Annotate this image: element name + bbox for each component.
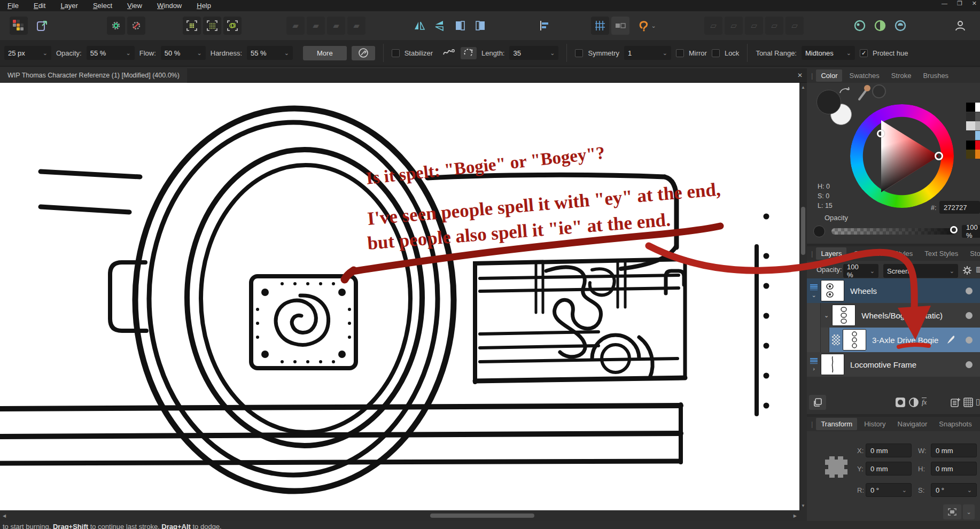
chevron-down-icon[interactable]: ⌄ (824, 313, 829, 317)
menu-edit[interactable]: Edit (26, 0, 53, 11)
adjustment-layer-icon[interactable] (908, 397, 919, 409)
maximize-button[interactable]: ❐ (957, 0, 962, 7)
more-button[interactable]: More (303, 46, 347, 60)
swatch[interactable] (966, 131, 975, 140)
mask-layer-icon[interactable] (895, 397, 906, 409)
blend-mode-dropdown[interactable]: Screen⌄ (883, 264, 958, 278)
hand-tool-icon[interactable] (851, 17, 869, 35)
opacity-zero-swatch[interactable] (813, 225, 825, 237)
layer-thumbnail[interactable] (821, 280, 844, 301)
swatch[interactable] (966, 112, 975, 121)
affinity-photo-logo-icon[interactable] (10, 17, 28, 35)
layer-stack-icon[interactable] (809, 395, 826, 410)
lock-checkbox[interactable] (712, 49, 720, 57)
selection-box-toggle[interactable] (943, 504, 961, 519)
swatch[interactable] (975, 131, 980, 140)
rotate-left-icon[interactable] (451, 17, 469, 35)
protect-hue-checkbox[interactable]: ✓ (860, 49, 868, 57)
layer-visibility-dot[interactable] (966, 312, 973, 319)
scroll-up-icon[interactable]: ▲ (801, 85, 805, 90)
tab-stroke[interactable]: Stroke (886, 69, 916, 82)
assistant-gear-icon[interactable] (107, 17, 125, 35)
length-dropdown[interactable]: 35⌄ (509, 46, 558, 60)
swatch[interactable] (966, 150, 975, 159)
rope-stabilizer-icon[interactable] (442, 47, 456, 59)
swatch[interactable] (966, 103, 975, 112)
picked-color-well[interactable] (872, 84, 886, 98)
tab-close-icon[interactable]: ✕ (797, 72, 803, 79)
layer-visibility-dot[interactable] (966, 287, 973, 294)
stabilizer-checkbox[interactable] (392, 49, 400, 57)
window-stabilizer-icon[interactable] (461, 47, 477, 59)
transform-anchor-selector[interactable] (823, 454, 850, 480)
rotate-right-icon[interactable] (471, 17, 489, 35)
layer-row-locomotive-frame[interactable]: › Locomotive Frame (807, 352, 980, 377)
layer-thumbnail[interactable] (843, 329, 866, 351)
horizontal-scrollbar-thumb[interactable] (430, 514, 534, 518)
color-wheel[interactable] (850, 104, 954, 208)
menu-layer[interactable]: Layer (53, 0, 85, 11)
rotation-dropdown[interactable]: 0 °⌄ (866, 483, 912, 497)
color-cycle-icon[interactable] (891, 17, 909, 35)
layer-row-wheels[interactable]: ⌄ Wheels (807, 278, 980, 303)
new-layer-icon[interactable] (950, 397, 961, 409)
layer-extra-icon[interactable]: ▥ (976, 265, 980, 273)
swap-colors-icon[interactable] (838, 85, 852, 96)
hex-input[interactable]: 272727 (939, 201, 980, 214)
w-input[interactable]: 0 mm (931, 444, 977, 457)
y-input[interactable]: 0 mm (866, 462, 912, 476)
brush-settings-button[interactable] (352, 46, 375, 60)
tab-swatches[interactable]: Swatches (844, 69, 884, 82)
opacity-slider[interactable] (831, 228, 955, 235)
tab-snapshots[interactable]: Snapshots (934, 418, 976, 430)
tab-quick-fx[interactable]: Quick FX (849, 247, 886, 260)
layer-settings-gear-icon[interactable] (962, 266, 972, 275)
vertical-scrollbar[interactable]: ▲ ▼ (799, 83, 807, 510)
tab-styles[interactable]: Styles (889, 247, 917, 260)
pixel-mode-icon[interactable] (611, 17, 629, 35)
close-window-button[interactable]: ✕ (972, 0, 977, 7)
lightness-knob[interactable] (877, 130, 884, 137)
tonal-range-dropdown[interactable]: Midtones⌄ (802, 46, 855, 60)
delete-layer-icon[interactable]: ▯ (976, 397, 980, 407)
opacity-value-box[interactable]: 100 % (962, 225, 980, 238)
horizontal-scrollbar[interactable]: ◀ ▶ (0, 510, 799, 521)
alignment-icon[interactable] (535, 17, 554, 35)
swatch[interactable] (975, 121, 980, 130)
scroll-right-icon[interactable]: ▶ (794, 514, 797, 518)
chevron-down-icon[interactable]: ⌄ (811, 293, 816, 297)
flip-horizontal-icon[interactable] (410, 17, 429, 35)
flow-dropdown[interactable]: 50 %⌄ (161, 46, 206, 60)
snapping-grid-icon[interactable] (591, 17, 609, 35)
menu-help[interactable]: Help (189, 0, 219, 11)
symmetry-checkbox[interactable] (575, 49, 583, 57)
swatch[interactable] (966, 121, 975, 130)
transform-options-chevron[interactable]: ⌄ (963, 504, 975, 519)
layer-thumbnail[interactable] (832, 305, 855, 326)
layer-row-3-axle-drive-bogie[interactable]: 3-Axle Drive Bogie (807, 328, 980, 352)
mirror-checkbox[interactable] (676, 49, 684, 57)
selection-shape-icon[interactable] (223, 17, 242, 35)
export-persona-icon[interactable] (33, 17, 51, 35)
document-tab[interactable]: WIP Thomas Character Referenze (1) [Modi… (0, 68, 187, 83)
menu-file[interactable]: File (0, 0, 26, 11)
h-input[interactable]: 0 mm (931, 462, 977, 476)
color-picker-eyedropper-icon[interactable] (856, 83, 872, 102)
layer-visibility-dot[interactable] (966, 361, 973, 368)
opacity-slider-knob[interactable] (950, 226, 958, 234)
hardness-dropdown[interactable]: 55 %⌄ (247, 46, 293, 60)
canvas[interactable]: Is it spelt: "Bogie" or "Bogey"? I've se… (0, 83, 799, 510)
new-pixel-layer-icon[interactable] (963, 397, 974, 409)
swatch[interactable] (975, 150, 980, 159)
vertical-scrollbar-thumb[interactable] (801, 207, 805, 255)
layer-thumbnail[interactable] (821, 354, 844, 375)
scroll-left-icon[interactable]: ◀ (3, 514, 6, 518)
layer-opacity-dropdown[interactable]: 100 %⌄ (843, 264, 878, 278)
tab-history[interactable]: History (859, 418, 890, 430)
tab-brushes[interactable]: Brushes (918, 69, 953, 82)
shear-dropdown[interactable]: 0 °⌄ (931, 483, 977, 497)
assistant-dropdown-chevron-icon[interactable]: ⌄ (649, 17, 658, 35)
menu-window[interactable]: Window (150, 0, 189, 11)
x-input[interactable]: 0 mm (866, 444, 912, 457)
minimize-button[interactable]: — (942, 0, 947, 7)
